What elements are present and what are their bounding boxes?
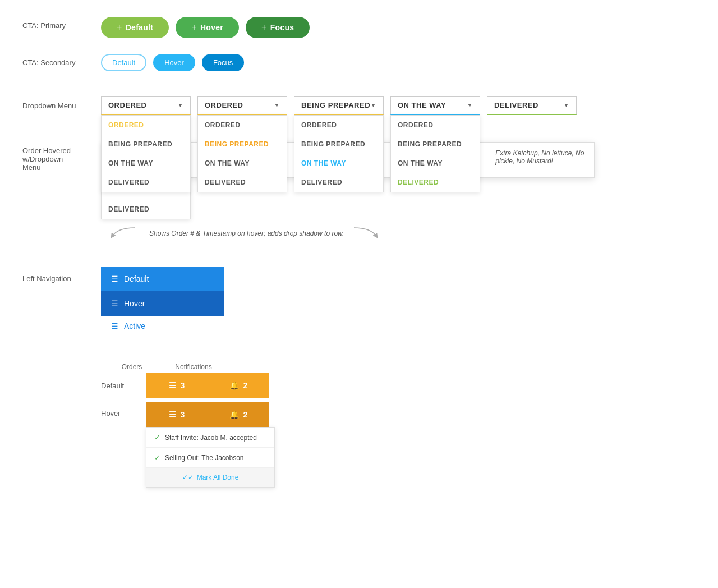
nav-item-hover[interactable]: ☰ Hover <box>101 291 224 316</box>
cta-secondary-hover-button[interactable]: Hover <box>153 54 195 71</box>
cta-secondary-default-label: Default <box>112 58 135 67</box>
cta-primary-hover-button[interactable]: + Hover <box>176 17 239 38</box>
plus-icon: + <box>191 22 197 33</box>
list-icon: ☰ <box>111 321 118 330</box>
dropdown-3-selected: BEING PREPARED <box>301 101 370 109</box>
dropdown-item[interactable]: DELIVERED <box>102 200 190 219</box>
chevron-down-icon: ▼ <box>564 102 569 108</box>
dropdown-item[interactable]: ON THE WAY <box>198 154 287 173</box>
dropdown-item[interactable]: ORDERED <box>391 116 480 135</box>
dropdown-item[interactable]: BEING PREPARED <box>294 135 383 154</box>
chevron-down-icon: ▼ <box>371 102 376 108</box>
cta-secondary-label: CTA: Secondary <box>22 54 101 67</box>
dropdown-item[interactable]: DELIVERED <box>198 173 287 192</box>
check-icon: ✓ <box>154 433 160 442</box>
nav-item-default[interactable]: ☰ Default <box>101 267 224 291</box>
mark-all-done-label: Mark All Done <box>197 474 239 481</box>
cta-secondary-focus-label: Focus <box>213 58 233 67</box>
dropdown-item[interactable]: ORDERED <box>102 116 190 135</box>
annotation-arrow2-icon <box>348 225 382 242</box>
notif-item-2[interactable]: ✓ Selling Out: The Jacobson <box>146 448 274 468</box>
nav-item-hover-label: Hover <box>124 299 145 308</box>
cta-primary-focus-button[interactable]: + Focus <box>246 17 310 38</box>
dropdown-item[interactable]: DELIVERED <box>294 173 383 192</box>
mark-all-done-button[interactable]: ✓✓ Mark All Done <box>146 468 274 487</box>
dropdown-1: ORDERED ▼ ORDERED BEING PREPARED ON THE … <box>101 96 191 115</box>
dropdown-2-selected: ORDERED <box>205 101 243 109</box>
cta-primary-hover-label: Hover <box>200 23 223 32</box>
hover-row-label: Hover <box>101 402 146 417</box>
hover-tab-container: ☰ 3 🔔 2 ✓ Staff Invite: Jacob M. accepte… <box>146 402 275 488</box>
cta-secondary-focus-button[interactable]: Focus <box>202 54 244 71</box>
dropdown-item[interactable]: ORDERED <box>198 116 287 135</box>
orders-tab-count: 3 <box>181 381 185 390</box>
orders-col-header: Orders <box>101 363 163 373</box>
cta-secondary-default-button[interactable]: Default <box>101 54 146 71</box>
dropdown-item[interactable]: DELIVERED <box>102 173 190 192</box>
cta-primary-label: CTA: Primary <box>22 17 101 30</box>
dropdown-item[interactable]: BEING PREPARED <box>391 135 480 154</box>
dropdown-item[interactable]: ON THE WAY <box>294 154 383 173</box>
order-notes-col: Extra Ketchup, No lettuce, No pickle, No… <box>495 149 585 165</box>
cta-primary-default-label: Default <box>126 23 154 32</box>
double-check-icon: ✓✓ <box>182 474 194 481</box>
dropdown-3-trigger[interactable]: BEING PREPARED ▼ <box>294 96 384 115</box>
dropdown-1-trigger[interactable]: ORDERED ▼ <box>101 96 191 115</box>
orders-tab-icon: ☰ <box>169 410 176 419</box>
dropdown-2-trigger[interactable]: ORDERED ▼ <box>197 96 287 115</box>
nav-tabs-section: Orders Notifications Default ☰ 3 🔔 2 Hov… <box>101 363 275 488</box>
dropdown-4-menu: ORDERED BEING PREPARED ON THE WAY DELIVE… <box>390 115 480 192</box>
list-icon: ☰ <box>111 299 118 308</box>
dropdown-3-menu: ORDERED BEING PREPARED ON THE WAY DELIVE… <box>294 115 384 192</box>
nav-tab-headers: Orders Notifications <box>101 363 275 373</box>
dropdown-item[interactable]: DELIVERED <box>391 173 480 192</box>
dropdown-1-selected: ORDERED <box>108 101 147 109</box>
notif-item-1[interactable]: ✓ Staff Invite: Jacob M. accepted <box>146 428 274 448</box>
dropdown-4-trigger[interactable]: ON THE WAY ▼ <box>390 96 480 115</box>
dropdown-2-menu: ORDERED BEING PREPARED ON THE WAY DELIVE… <box>197 115 287 192</box>
left-nav-section: ☰ Default ☰ Hover ☰ Active <box>101 267 224 336</box>
dropdown-menu-label: Dropdown Menu <box>22 96 101 110</box>
dropdown-1-menu: ORDERED BEING PREPARED ON THE WAY DELIVE… <box>101 115 191 192</box>
chevron-down-icon: ▼ <box>274 102 280 108</box>
dropdown-item[interactable]: ON THE WAY <box>102 154 190 173</box>
dropdown-4: ON THE WAY ▼ ORDERED BEING PREPARED ON T… <box>390 96 480 115</box>
orders-hover-count: 3 <box>181 410 185 419</box>
annotation-row: Shows Order # & Timestamp on hover; adds… <box>101 225 595 242</box>
cta-primary-focus-label: Focus <box>270 23 294 32</box>
cta-primary-default-button[interactable]: + Default <box>101 17 169 38</box>
dropdown-2: ORDERED ▼ ORDERED BEING PREPARED ON THE … <box>197 96 287 115</box>
orders-tab-default[interactable]: ☰ 3 <box>146 373 208 398</box>
cta-secondary-hover-label: Hover <box>164 58 184 67</box>
check-icon: ✓ <box>154 453 160 462</box>
notification-dropdown: ✓ Staff Invite: Jacob M. accepted ✓ Sell… <box>146 427 275 488</box>
dropdown-5: DELIVERED ▼ <box>487 96 577 115</box>
default-tab-row: ☰ 3 🔔 2 <box>146 373 269 398</box>
cta-primary-section: + Default + Hover + Focus <box>101 17 696 38</box>
dropdown-item[interactable]: BEING PREPARED <box>198 135 287 154</box>
notifications-col-header: Notifications <box>163 363 224 373</box>
bell-icon: 🔔 <box>229 381 239 390</box>
dropdown-item[interactable]: BEING PREPARED <box>102 135 190 154</box>
dropdown-4-selected: ON THE WAY <box>398 101 446 109</box>
orders-tab-hover[interactable]: ☰ 3 <box>146 402 208 427</box>
notifications-tab-default[interactable]: 🔔 2 <box>208 373 269 398</box>
chevron-down-icon: ▼ <box>467 102 473 108</box>
dropdown-3: BEING PREPARED ▼ ORDERED BEING PREPARED … <box>294 96 384 115</box>
notifications-tab-hover[interactable]: 🔔 2 <box>208 402 269 427</box>
dropdown-5-trigger[interactable]: DELIVERED ▼ <box>487 96 577 115</box>
annotation-arrow-icon <box>107 225 140 242</box>
dropdown-item[interactable]: ORDERED <box>294 116 383 135</box>
bell-icon: 🔔 <box>229 410 239 419</box>
plus-icon: + <box>261 22 267 33</box>
notifications-hover-count: 2 <box>243 410 248 419</box>
dropdown-item[interactable]: ON THE WAY <box>391 154 480 173</box>
nav-item-active[interactable]: ☰ Active <box>101 316 224 336</box>
order-hovered-label: Order Hovered w/Dropdown Menu <box>22 142 101 172</box>
dropdown-menu-section: ORDERED ▼ ORDERED BEING PREPARED ON THE … <box>101 96 696 115</box>
plus-icon: + <box>117 22 122 33</box>
notif-item-2-text: Selling Out: The Jacobson <box>165 454 244 462</box>
cta-secondary-section: Default Hover Focus <box>101 54 696 71</box>
chevron-down-icon: ▼ <box>178 102 183 108</box>
notif-item-1-text: Staff Invite: Jacob M. accepted <box>165 434 257 442</box>
